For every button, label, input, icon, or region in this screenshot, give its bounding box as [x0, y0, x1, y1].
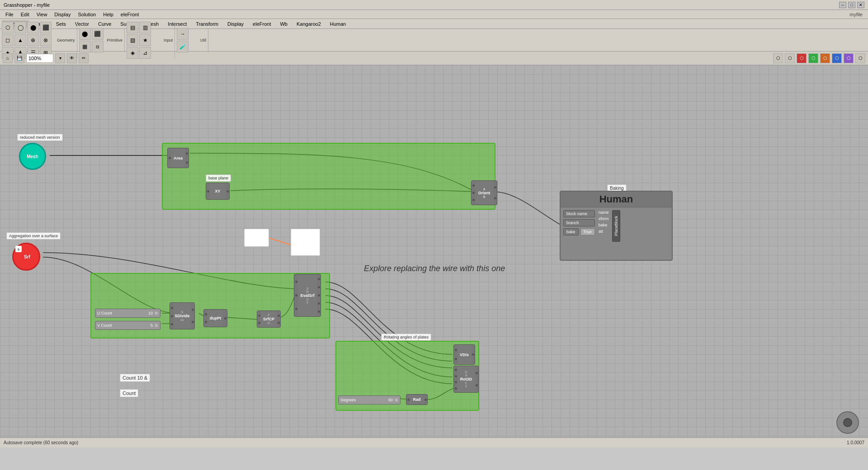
node-rot3d[interactable]: G A Rot3D C X: [453, 366, 479, 393]
view-btn-home[interactable]: ⌂: [3, 53, 13, 63]
node-vdis[interactable]: VDis: [453, 344, 475, 365]
canvas[interactable]: Mesh reduced mesh version Area base plan…: [0, 65, 868, 447]
view-btn-r4[interactable]: ⬡: [808, 53, 818, 63]
titlebar: Grasshopper - myfile ─ □ ✕: [0, 0, 868, 10]
port-dot: [318, 278, 320, 280]
menu-file[interactable]: File: [2, 11, 17, 18]
node-evalsrf[interactable]: S N EvalSrf U V: [294, 274, 321, 317]
view-btn-draw[interactable]: ✏: [79, 53, 89, 63]
tab-display[interactable]: Display: [223, 20, 248, 28]
toolbar-btn-p2[interactable]: ⬛: [92, 28, 104, 40]
node-area-ports-right: [185, 148, 189, 168]
slider-ucount-control[interactable]: ⊙: [155, 311, 158, 315]
node-area[interactable]: Area: [167, 148, 189, 168]
human-xform-out: xform: [599, 216, 609, 221]
toolbar-btn-7[interactable]: ⊕: [27, 34, 39, 46]
node-rot3d-label: Rot3D: [460, 377, 472, 381]
slider-degrees[interactable]: Degrees 60 ⊙: [338, 395, 401, 404]
toolbar-btn-3[interactable]: ⬤: [27, 22, 39, 33]
node-white-left[interactable]: [244, 229, 269, 247]
human-block-name[interactable]: block name: [563, 210, 595, 217]
node-xyplane-label: XY: [215, 189, 220, 193]
zoom-input[interactable]: [26, 54, 53, 63]
tab-transform[interactable]: Transform: [191, 20, 223, 28]
node-orient[interactable]: A Orient B: [471, 180, 497, 205]
placeblock-label[interactable]: PlaceBlock: [612, 210, 620, 242]
toolbar-btn-i4[interactable]: ★: [139, 34, 151, 46]
toolbar-btn-5[interactable]: ◻: [2, 34, 14, 46]
tab-kangaroo[interactable]: Kangaroo2: [292, 20, 326, 28]
menu-view[interactable]: View: [33, 11, 51, 18]
toolbar-btn-4[interactable]: ⬛: [40, 22, 52, 33]
toolbar-btn-i5[interactable]: ◈: [127, 47, 138, 59]
toolbar-btn-2[interactable]: ◯: [14, 22, 26, 33]
view-btn-dropdown[interactable]: ▾: [55, 53, 65, 63]
menu-elefront[interactable]: eleFront: [117, 11, 142, 18]
view-btn-r3[interactable]: ⬡: [797, 53, 807, 63]
toolbar-btn-i3[interactable]: ▧: [127, 34, 138, 46]
menu-display[interactable]: Display: [51, 11, 74, 18]
node-area-body: Area: [171, 148, 185, 168]
slider-ucount[interactable]: U Count 10 ⊙: [95, 309, 160, 318]
human-bake-value[interactable]: True: [580, 228, 595, 235]
toolbar-section-util: → 🧪 Util: [177, 28, 208, 52]
toolbar-btn-p1[interactable]: ⬤: [79, 28, 91, 40]
toolbar-btn-p4[interactable]: ⧈: [92, 41, 104, 52]
menu-edit[interactable]: Edit: [17, 11, 33, 18]
human-bake-row: bake True: [563, 228, 595, 235]
node-sdivide[interactable]: S SDivide uv: [170, 302, 195, 329]
toolbar-btn-u1[interactable]: →: [177, 28, 189, 40]
port-dot: [207, 190, 209, 193]
human-branch[interactable]: branch: [563, 219, 595, 226]
node-srfcp[interactable]: P SrfCP D: [257, 310, 281, 328]
toolbar-btn-6[interactable]: ▲: [14, 34, 26, 46]
node-rad[interactable]: Rad: [406, 394, 428, 405]
menu-solution[interactable]: Solution: [74, 11, 99, 18]
port-dot: [494, 197, 496, 199]
node-mesh[interactable]: Mesh: [19, 143, 46, 170]
toolbar-btn-p3[interactable]: ▦: [79, 41, 91, 52]
tab-curve[interactable]: Curve: [94, 20, 116, 28]
port-dot: [295, 294, 297, 296]
view-btn-display[interactable]: 👁: [67, 53, 77, 63]
node-srfcp-label: SrfCP: [263, 317, 274, 321]
view-btn-r2[interactable]: ⬡: [785, 53, 795, 63]
node-rad-label: Rad: [413, 397, 420, 402]
navigator-circle[interactable]: [836, 411, 859, 434]
node-xyplane[interactable]: XY: [206, 183, 230, 200]
toolbar-section-geometry: ⬡ ◯ ⬤ ⬛ ◻ ▲ ⊕ ⊗ ✦ ⧫ ☰ ⊞ Geometry: [2, 22, 77, 59]
view-btn-r6[interactable]: ⬡: [832, 53, 842, 63]
human-att-out: att: [599, 229, 603, 234]
node-white-right[interactable]: [291, 229, 320, 256]
port-dot: [472, 353, 474, 356]
slider-ucount-label: U Count: [97, 311, 112, 315]
toolbar-btn-i1[interactable]: ▤: [127, 22, 138, 33]
view-btn-r8[interactable]: ⬡: [855, 53, 865, 63]
view-btn-save[interactable]: 💾: [14, 53, 24, 63]
tab-human[interactable]: Human: [326, 20, 350, 28]
slider-vcount-control[interactable]: ⊙: [155, 323, 158, 328]
toolbar-btn-i2[interactable]: ▥: [139, 22, 151, 33]
port-dot: [455, 349, 457, 351]
toolbar-btn-1[interactable]: ⬡: [2, 22, 14, 33]
toolbar-btn-u2[interactable]: 🧪: [177, 41, 189, 52]
node-rot3d-ports-right: [475, 366, 478, 392]
toolbar-btn-i6[interactable]: ⊿: [139, 47, 151, 59]
view-btn-r1[interactable]: ⬡: [773, 53, 783, 63]
slider-vcount[interactable]: V Count 5 ⊙: [95, 321, 160, 330]
node-duppt[interactable]: dupPt: [203, 309, 227, 327]
titlebar-controls: ─ □ ✕: [839, 2, 864, 8]
menu-help[interactable]: Help: [99, 11, 117, 18]
node-evalsrf-body: S N EvalSrf U V: [298, 274, 317, 316]
close-button[interactable]: ✕: [857, 2, 864, 8]
view-btn-r7[interactable]: ⬡: [844, 53, 854, 63]
human-bake[interactable]: bake: [563, 228, 579, 235]
slider-degrees-control[interactable]: ⊙: [395, 398, 398, 402]
tab-elefront[interactable]: eleFront: [248, 20, 275, 28]
toolbar-btn-8[interactable]: ⊗: [40, 34, 52, 46]
node-srf[interactable]: s Srf: [12, 243, 40, 271]
minimize-button[interactable]: ─: [839, 2, 846, 8]
tab-wb[interactable]: Wb: [275, 20, 292, 28]
view-btn-r5[interactable]: ⬡: [820, 53, 830, 63]
restore-button[interactable]: □: [848, 2, 855, 8]
